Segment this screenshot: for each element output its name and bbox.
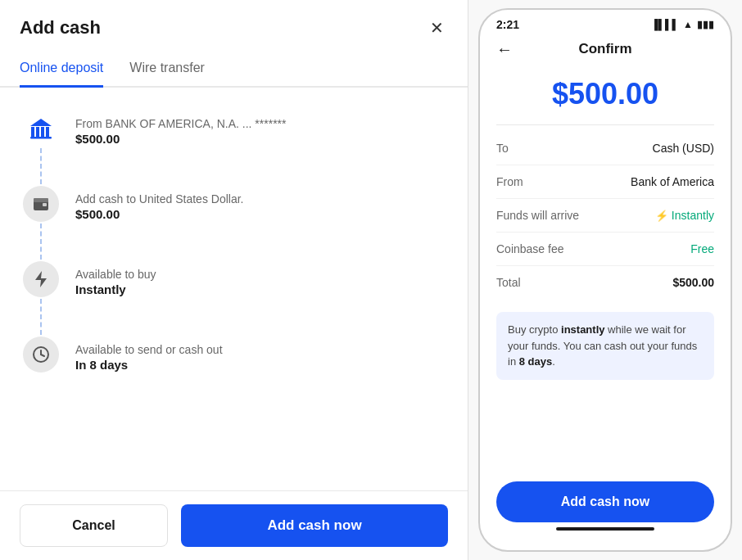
svg-rect-3 <box>46 127 49 137</box>
detail-to-label: To <box>496 142 509 155</box>
step-clock-value: In 8 days <box>75 358 223 372</box>
svg-rect-7 <box>34 198 48 202</box>
detail-fee-value: Free <box>690 242 714 255</box>
wallet-icon <box>23 186 59 222</box>
info-text-3: . <box>552 355 555 368</box>
detail-funds-label: Funds will arrive <box>496 209 579 222</box>
step-bank-content: From BANK OF AMERICA, N.A. ... ******* $… <box>62 111 287 169</box>
step-icon-col-clock <box>20 336 62 373</box>
detail-row-fee: Coinbase fee Free <box>496 233 714 266</box>
svg-marker-9 <box>35 271 47 287</box>
tab-online-deposit[interactable]: Online deposit <box>20 52 103 88</box>
phone-add-cash-button[interactable]: Add cash now <box>496 481 714 522</box>
step-wallet: Add cash to United States Dollar. $500.0… <box>20 186 448 261</box>
step-icon-col-bank <box>20 111 62 186</box>
home-indicator <box>556 527 654 531</box>
info-bold-days: 8 days <box>519 355 552 368</box>
status-bar: 2:21 ▐▌▌▌ ▲ ▮▮▮ <box>480 10 731 34</box>
step-icon-col-bolt <box>20 261 62 336</box>
detail-total-value: $500.00 <box>672 276 714 289</box>
phone-footer: Add cash now <box>480 472 731 550</box>
svg-rect-8 <box>43 203 47 206</box>
cancel-button[interactable]: Cancel <box>20 504 168 547</box>
wifi-icon: ▲ <box>683 19 693 30</box>
info-bold-instantly: instantly <box>561 323 604 336</box>
status-icons: ▐▌▌▌ ▲ ▮▮▮ <box>651 19 714 30</box>
phone-nav-title: Confirm <box>578 41 631 57</box>
step-bank-label: From BANK OF AMERICA, N.A. ... ******* <box>75 117 287 130</box>
detail-total-label: Total <box>496 276 521 289</box>
bolt-small-icon: ⚡ <box>655 210 668 222</box>
step-clock-content: Available to send or cash out In 8 days <box>62 336 223 395</box>
step-bolt: Available to buy Instantly <box>20 261 448 336</box>
detail-row-from: From Bank of America <box>496 165 714 199</box>
modal-header: Add cash ✕ <box>0 0 468 52</box>
step-clock: Available to send or cash out In 8 days <box>20 336 448 395</box>
svg-marker-5 <box>30 119 52 126</box>
right-panel: 2:21 ▐▌▌▌ ▲ ▮▮▮ ← Confirm $500.00 To Cas… <box>468 0 742 560</box>
add-cash-button[interactable]: Add cash now <box>181 504 448 547</box>
step-wallet-value: $500.00 <box>75 207 243 221</box>
detail-row-total: Total $500.00 <box>496 266 714 299</box>
step-bank: From BANK OF AMERICA, N.A. ... ******* $… <box>20 111 448 186</box>
modal-footer: Cancel Add cash now <box>0 490 468 560</box>
detail-to-value: Cash (USD) <box>653 142 714 155</box>
modal-title: Add cash <box>20 17 101 38</box>
steps-content: From BANK OF AMERICA, N.A. ... ******* $… <box>0 88 468 490</box>
detail-from-value: Bank of America <box>631 175 714 188</box>
step-icon-col-wallet <box>20 186 62 261</box>
detail-row-funds: Funds will arrive ⚡ Instantly <box>496 199 714 233</box>
step-wallet-content: Add cash to United States Dollar. $500.0… <box>62 186 243 244</box>
close-button[interactable]: ✕ <box>425 16 448 39</box>
detail-from-label: From <box>496 175 523 188</box>
detail-funds-value: ⚡ Instantly <box>655 209 714 222</box>
svg-line-12 <box>41 355 44 356</box>
step-bolt-label: Available to buy <box>75 268 156 281</box>
tab-wire-transfer[interactable]: Wire transfer <box>129 52 205 88</box>
svg-rect-1 <box>36 127 39 137</box>
status-time: 2:21 <box>496 18 519 31</box>
connector-2 <box>40 224 42 260</box>
info-box: Buy crypto instantly while we wait for y… <box>496 312 714 380</box>
back-button[interactable]: ← <box>496 40 513 59</box>
connector-1 <box>40 148 42 184</box>
detail-rows: To Cash (USD) From Bank of America Funds… <box>480 125 731 305</box>
left-panel: Add cash ✕ Online deposit Wire transfer <box>0 0 468 560</box>
step-clock-label: Available to send or cash out <box>75 343 223 356</box>
detail-fee-label: Coinbase fee <box>496 242 564 255</box>
connector-3 <box>40 299 42 335</box>
phone-nav: ← Confirm <box>480 34 731 61</box>
confirm-amount: $500.00 <box>480 61 731 124</box>
signal-icon: ▐▌▌▌ <box>651 19 679 30</box>
step-bolt-value: Instantly <box>75 282 156 296</box>
clock-icon <box>23 336 59 373</box>
step-bolt-content: Available to buy Instantly <box>62 261 156 319</box>
svg-rect-0 <box>31 127 34 137</box>
info-text-1: Buy crypto <box>508 323 561 336</box>
bolt-icon <box>23 261 59 297</box>
tabs-container: Online deposit Wire transfer <box>0 52 468 88</box>
step-wallet-label: Add cash to United States Dollar. <box>75 192 243 205</box>
step-bank-value: $500.00 <box>75 132 287 146</box>
detail-row-to: To Cash (USD) <box>496 132 714 165</box>
svg-rect-2 <box>41 127 44 137</box>
svg-rect-4 <box>30 137 52 139</box>
phone-frame: 2:21 ▐▌▌▌ ▲ ▮▮▮ ← Confirm $500.00 To Cas… <box>478 8 732 552</box>
battery-icon: ▮▮▮ <box>697 19 714 30</box>
bank-icon <box>23 111 59 147</box>
